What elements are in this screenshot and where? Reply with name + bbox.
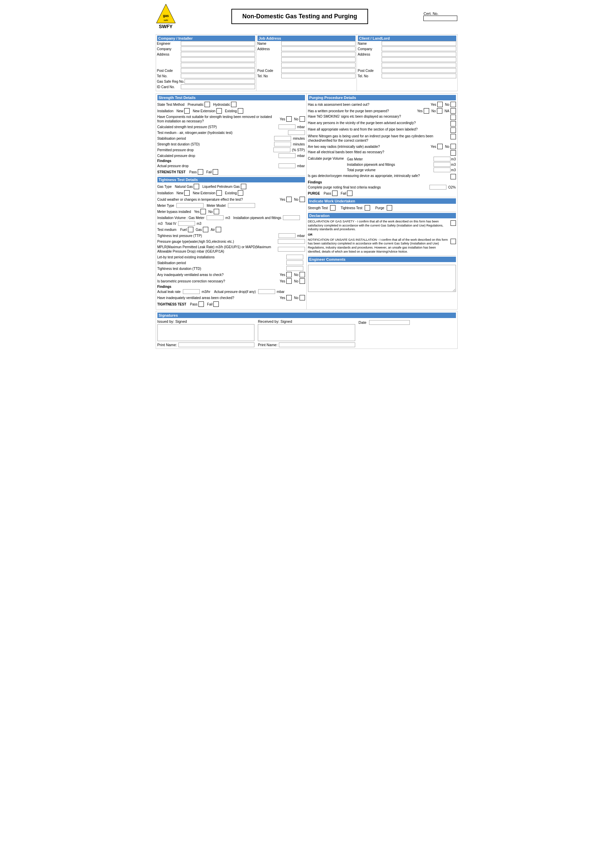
tightness-fail-checkbox[interactable]	[213, 301, 219, 307]
no-smoking-checkbox[interactable]	[450, 115, 456, 120]
install-pipework-input[interactable]	[283, 215, 300, 220]
ttp-input[interactable]	[278, 233, 295, 238]
risk-no-checkbox[interactable]	[450, 102, 456, 107]
client-address3-input[interactable]	[382, 63, 456, 67]
engineer-comments-input[interactable]	[308, 265, 456, 292]
gas-checkbox[interactable]	[203, 227, 208, 232]
risk-yes-checkbox[interactable]	[437, 102, 443, 107]
ttd-input[interactable]	[286, 266, 303, 271]
company-input[interactable]	[181, 46, 255, 51]
postcode-input[interactable]	[181, 68, 255, 73]
cert-number-input[interactable]	[424, 16, 457, 21]
address2-input[interactable]	[181, 57, 255, 62]
electrical-checkbox[interactable]	[450, 150, 456, 156]
tightness-new-checkbox[interactable]	[184, 190, 189, 195]
date-input[interactable]	[369, 320, 410, 325]
hydrostatic-checkbox[interactable]	[231, 102, 236, 107]
client-address-input[interactable]	[382, 52, 456, 57]
meter-model-input[interactable]	[228, 203, 255, 208]
written-no-checkbox[interactable]	[437, 108, 442, 113]
id-card-input[interactable]	[181, 84, 255, 89]
indicate-purge-checkbox[interactable]	[387, 205, 392, 211]
strength-pass-checkbox[interactable]	[198, 169, 203, 175]
job-postcode-input[interactable]	[281, 68, 355, 73]
stab-period-tight-input[interactable]	[286, 260, 303, 265]
pneumatic-checkbox[interactable]	[205, 102, 210, 107]
components-no-checkbox[interactable]	[300, 116, 305, 122]
let-by-input[interactable]	[286, 255, 303, 259]
written-yes-checkbox[interactable]	[424, 108, 429, 113]
job-tel-input[interactable]	[281, 74, 355, 78]
purge-fail-checkbox[interactable]	[347, 191, 352, 196]
tightness-pass-checkbox[interactable]	[199, 301, 204, 307]
client-tel-input[interactable]	[382, 74, 456, 78]
written-na-checkbox[interactable]	[450, 108, 456, 113]
weather-yes-checkbox[interactable]	[286, 197, 292, 202]
address3-input[interactable]	[181, 63, 255, 67]
client-name-input[interactable]	[382, 41, 456, 46]
address-input[interactable]	[181, 52, 255, 57]
lpg-checkbox[interactable]	[241, 184, 246, 189]
weather-no-checkbox[interactable]	[300, 197, 305, 202]
strength-new-checkbox[interactable]	[184, 108, 189, 113]
strength-fail-checkbox[interactable]	[213, 169, 218, 175]
fuel-checkbox[interactable]	[188, 227, 193, 232]
test-medium-input[interactable]	[288, 130, 305, 135]
actual-leak-input[interactable]	[183, 289, 200, 294]
client-address2-input[interactable]	[382, 57, 456, 62]
declaration2-checkbox[interactable]	[450, 239, 456, 244]
strength-new-ext-checkbox[interactable]	[216, 108, 222, 113]
strength-existing-checkbox[interactable]	[238, 108, 243, 113]
actual-drop-input[interactable]	[278, 163, 295, 168]
std-input[interactable]	[274, 142, 291, 146]
pressure-gauge-input[interactable]	[278, 239, 305, 244]
complete-purge-input[interactable]	[430, 185, 447, 189]
tightness-new-ext-checkbox[interactable]	[216, 190, 222, 195]
air-checkbox[interactable]	[216, 227, 221, 232]
two-way-yes-checkbox[interactable]	[437, 144, 443, 149]
indicate-strength-checkbox[interactable]	[330, 205, 335, 211]
vent-yes-checkbox[interactable]	[286, 272, 292, 277]
received-print-input[interactable]	[279, 343, 355, 347]
issued-sig-area[interactable]	[157, 324, 255, 341]
client-postcode-input[interactable]	[382, 68, 456, 73]
components-yes-checkbox[interactable]	[286, 116, 292, 122]
checked-no-checkbox[interactable]	[300, 295, 305, 301]
actual-drop-tight-input[interactable]	[258, 289, 275, 294]
calc-stp-input[interactable]	[278, 124, 295, 129]
install-volume-input[interactable]	[206, 215, 223, 220]
baro-yes-checkbox[interactable]	[286, 278, 292, 284]
received-sig-area[interactable]	[258, 324, 355, 341]
purge-pass-checkbox[interactable]	[332, 191, 338, 196]
total-iv-input[interactable]	[178, 221, 195, 226]
permitted-drop-input[interactable]	[273, 147, 290, 152]
meter-type-input[interactable]	[176, 203, 203, 208]
total-purge-input[interactable]	[433, 167, 450, 172]
gas-reg-input[interactable]	[185, 79, 255, 84]
detector-checkbox[interactable]	[450, 174, 456, 179]
meter-bypass-no-checkbox[interactable]	[214, 209, 219, 214]
natural-gas-checkbox[interactable]	[194, 184, 199, 189]
job-address4-input[interactable]	[281, 63, 355, 67]
declaration1-checkbox[interactable]	[450, 220, 456, 226]
vent-no-checkbox[interactable]	[300, 272, 305, 277]
nitrogen-checkbox[interactable]	[450, 134, 456, 140]
gas-meter-input[interactable]	[433, 157, 450, 161]
two-way-no-checkbox[interactable]	[450, 144, 456, 149]
issued-print-input[interactable]	[178, 343, 255, 347]
checked-yes-checkbox[interactable]	[286, 295, 292, 301]
tightness-existing-checkbox[interactable]	[238, 190, 243, 195]
indicate-tightness-checkbox[interactable]	[365, 205, 370, 211]
tel-input[interactable]	[181, 74, 255, 78]
job-name-input[interactable]	[281, 41, 355, 46]
valves-checkbox[interactable]	[450, 127, 456, 133]
calc-drop-input[interactable]	[278, 153, 295, 158]
stab-period-input[interactable]	[274, 136, 291, 141]
meter-bypass-yes-checkbox[interactable]	[200, 209, 206, 214]
baro-no-checkbox[interactable]	[300, 278, 305, 284]
job-address3-input[interactable]	[281, 57, 355, 62]
persons-checkbox[interactable]	[450, 121, 456, 127]
purge-pipework-input[interactable]	[433, 162, 450, 167]
engineer-input[interactable]	[181, 41, 255, 46]
job-address-input[interactable]	[281, 46, 355, 51]
